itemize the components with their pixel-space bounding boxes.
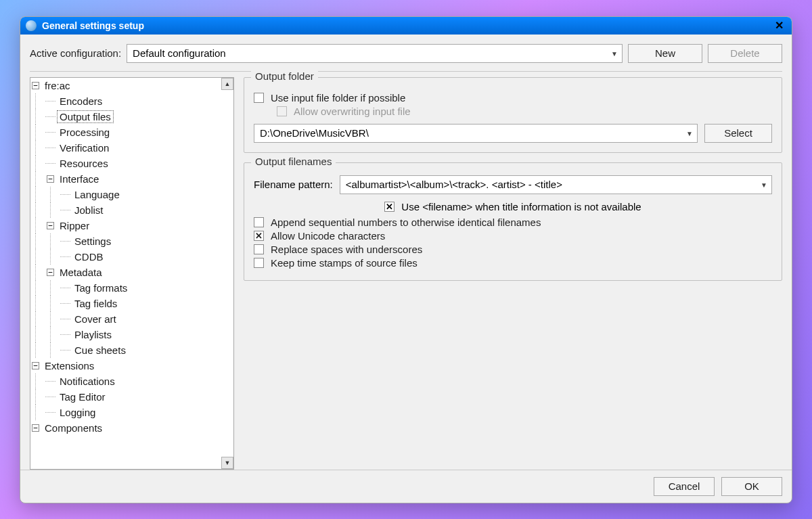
keep-timestamps-label: Keep time stamps of source files	[271, 257, 418, 269]
tree-encoders[interactable]: Encoders	[57, 95, 105, 107]
use-filename-fallback-checkbox[interactable]: ✕	[384, 202, 394, 212]
scroll-down-button[interactable]: ▼	[221, 457, 233, 469]
allow-overwrite-checkbox	[277, 106, 287, 116]
chevron-down-icon: ▼	[611, 49, 618, 57]
delete-config-button[interactable]: Delete	[708, 44, 782, 63]
window-title: General settings setup	[42, 20, 144, 31]
chevron-down-icon: ▼	[686, 129, 693, 137]
output-folder-path-dropdown[interactable]: D:\OneDrive\MusicVBR\ ▼	[254, 124, 698, 143]
tree-language[interactable]: Language	[72, 189, 122, 200]
settings-tree[interactable]: ▲ −fre:ac Encoders Output files Processi…	[30, 77, 234, 470]
collapse-icon[interactable]: −	[47, 175, 54, 183]
chevron-down-icon: ▼	[761, 181, 767, 188]
filename-pattern-value: <albumartist>\<album>\<track>. <artist> …	[346, 179, 562, 190]
tree-playlists[interactable]: Playlists	[72, 329, 114, 340]
tree-resources[interactable]: Resources	[57, 158, 111, 169]
use-input-folder-checkbox[interactable]	[254, 93, 264, 103]
active-config-value: Default configuration	[133, 47, 226, 59]
append-sequential-checkbox[interactable]	[254, 217, 264, 227]
output-folder-legend: Output folder	[251, 70, 318, 82]
tree-tag-formats[interactable]: Tag formats	[72, 282, 130, 294]
collapse-icon[interactable]: −	[32, 362, 39, 369]
allow-unicode-checkbox[interactable]: ✕	[254, 231, 264, 241]
tree-extensions[interactable]: Extensions	[42, 360, 97, 371]
tree-cue-sheets[interactable]: Cue sheets	[72, 344, 129, 356]
filename-pattern-label: Filename pattern:	[254, 179, 333, 190]
tree-processing[interactable]: Processing	[57, 127, 112, 138]
tree-settings[interactable]: Settings	[72, 235, 114, 247]
tree-joblist[interactable]: Joblist	[72, 204, 106, 216]
collapse-icon[interactable]: −	[47, 269, 54, 276]
use-input-folder-label: Use input file folder if possible	[271, 92, 405, 104]
filename-pattern-dropdown[interactable]: <albumartist>\<album>\<track>. <artist> …	[340, 175, 772, 194]
tree-cddb[interactable]: CDDB	[72, 251, 106, 263]
active-config-dropdown[interactable]: Default configuration ▼	[127, 44, 623, 63]
active-config-label: Active configuration:	[30, 47, 121, 59]
tree-notifications[interactable]: Notifications	[57, 376, 118, 387]
settings-dialog: General settings setup ✕ Active configur…	[20, 16, 792, 503]
ok-button[interactable]: OK	[721, 477, 782, 496]
app-icon	[26, 20, 37, 31]
output-folder-path-value: D:\OneDrive\MusicVBR\	[260, 127, 369, 139]
output-filenames-group: Output filenames Filename pattern: <albu…	[244, 162, 782, 281]
settings-panel: Output folder Use input file folder if p…	[244, 77, 782, 470]
tree-ripper[interactable]: Ripper	[57, 220, 92, 231]
tree-root[interactable]: fre:ac	[42, 80, 73, 91]
tree-output-files[interactable]: Output files	[57, 110, 114, 123]
allow-overwrite-label: Allow overwriting input file	[294, 106, 411, 117]
dialog-footer: Cancel OK	[20, 470, 792, 503]
cancel-button[interactable]: Cancel	[654, 477, 715, 496]
tree-verification[interactable]: Verification	[57, 142, 112, 154]
collapse-icon[interactable]: −	[47, 222, 54, 229]
collapse-icon[interactable]: −	[32, 82, 39, 89]
tree-interface[interactable]: Interface	[57, 173, 102, 185]
select-folder-button[interactable]: Select	[704, 124, 772, 143]
tree-components[interactable]: Components	[42, 422, 105, 434]
divider	[30, 71, 782, 72]
active-config-row: Active configuration: Default configurat…	[30, 44, 782, 63]
tree-metadata[interactable]: Metadata	[57, 267, 105, 278]
use-filename-fallback-label: Use <filename> when title information is…	[401, 201, 641, 212]
output-filenames-legend: Output filenames	[251, 156, 336, 167]
append-sequential-label: Append sequential numbers to otherwise i…	[271, 217, 541, 228]
replace-spaces-checkbox[interactable]	[254, 244, 264, 254]
replace-spaces-label: Replace spaces with underscores	[271, 244, 422, 255]
allow-unicode-label: Allow Unicode characters	[271, 230, 385, 242]
collapse-icon[interactable]: −	[32, 424, 39, 432]
titlebar: General settings setup ✕	[20, 17, 792, 35]
tree-tag-editor[interactable]: Tag Editor	[57, 391, 108, 403]
output-folder-group: Output folder Use input file folder if p…	[244, 77, 782, 153]
tree-logging[interactable]: Logging	[57, 407, 98, 418]
tree-cover-art[interactable]: Cover art	[72, 313, 119, 325]
close-icon[interactable]: ✕	[772, 19, 786, 32]
new-config-button[interactable]: New	[628, 44, 702, 63]
tree-tag-fields[interactable]: Tag fields	[72, 298, 120, 309]
keep-timestamps-checkbox[interactable]	[254, 258, 264, 268]
